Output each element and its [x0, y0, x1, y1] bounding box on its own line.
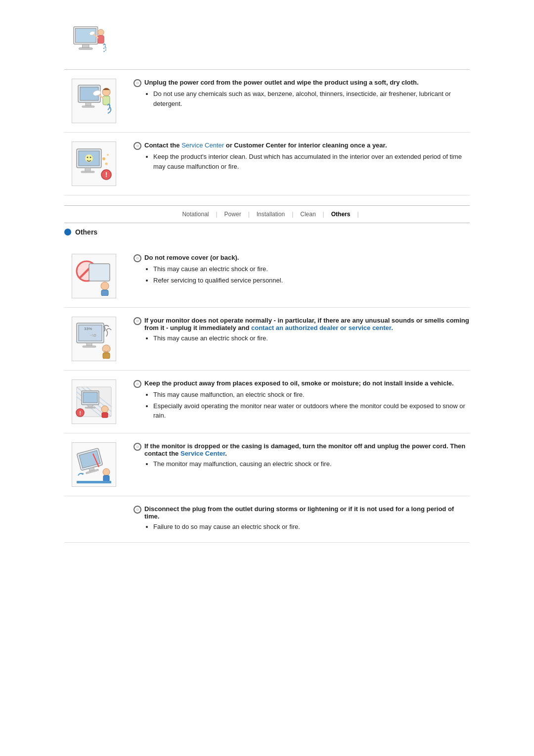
svg-rect-11 — [82, 106, 94, 107]
svg-rect-3 — [79, 48, 93, 50]
others-text-4: ○ If the monitor is dropped or the casin… — [124, 442, 470, 471]
clean-illus-1 — [64, 79, 124, 123]
clean-bullet-2-1: Keep the product's interior clean. Dust … — [153, 152, 470, 171]
svg-rect-13 — [103, 96, 110, 105]
svg-rect-48 — [83, 392, 97, 403]
others-bullet-1-2: Refer servicing to qualified service per… — [153, 276, 470, 285]
others-text-3: ○ Keep the product away from places expo… — [124, 379, 470, 422]
others-bullet-3-1: This may cause malfunction, an electric … — [153, 390, 470, 400]
service-center-link-2[interactable]: Service Center — [180, 450, 225, 457]
clean-bullet-1-1: Do not use any chemicals such as wax, be… — [153, 89, 470, 108]
others-bullets-5: Failure to do so may cause an electric s… — [134, 522, 470, 532]
others-text-2: ○ If your monitor does not operate norma… — [124, 317, 470, 345]
others-illus-4 — [64, 442, 124, 487]
others-section-1: ○ Do not remove cover (or back). This ma… — [64, 245, 470, 308]
caution-icon-6: ○ — [134, 443, 141, 451]
svg-rect-32 — [101, 290, 108, 296]
others-text-1: ○ Do not remove cover (or back). This ma… — [124, 254, 470, 286]
nav-power[interactable]: Power — [218, 210, 248, 219]
others-instruction-1: Do not remove cover (or back). — [144, 254, 239, 261]
svg-rect-1 — [75, 28, 96, 42]
others-bullet-1-1: This may cause an electric shock or fire… — [153, 264, 470, 274]
svg-rect-30 — [89, 264, 110, 281]
svg-point-24 — [107, 154, 109, 156]
others-section-2: 33% ~!@ ○ If your monitor does not opera… — [64, 308, 470, 371]
others-bullets-1: This may cause an electric shock or fire… — [134, 264, 470, 285]
authorized-dealer-link[interactable]: contact an authorized dealer or service … — [251, 324, 393, 331]
svg-rect-61 — [103, 475, 109, 481]
others-bullets-2: This may cause an electric shock or fire… — [134, 333, 470, 343]
others-text-5: ○ Disconnect the plug from the outlet du… — [124, 505, 470, 533]
nav-sep-5: | — [357, 211, 358, 218]
others-illus-1 — [64, 254, 124, 298]
svg-rect-36 — [83, 346, 96, 347]
nav-clean[interactable]: Clean — [293, 210, 322, 219]
svg-point-22 — [90, 157, 91, 158]
others-illus-3: ! — [64, 379, 124, 424]
clean-illus-2: ! — [64, 142, 124, 186]
others-instruction-5: Disconnect the plug from the outlet duri… — [144, 505, 470, 520]
caution-icon-4: ○ — [134, 317, 141, 325]
svg-rect-2 — [83, 44, 89, 47]
others-bullet-3-2: Especially avoid operating the monitor n… — [153, 401, 470, 421]
clean-instruction-1: Unplug the power cord from the power out… — [144, 79, 419, 86]
others-instruction-3: Keep the product away from places expose… — [144, 379, 454, 387]
service-center-link-1[interactable]: Service Center — [181, 142, 224, 149]
svg-rect-18 — [85, 168, 90, 171]
caution-icon-2: ○ — [134, 142, 141, 150]
nav-installation[interactable]: Installation — [250, 210, 292, 219]
svg-point-31 — [101, 282, 109, 290]
svg-text:!: ! — [79, 410, 81, 416]
caution-icon-3: ○ — [134, 254, 141, 262]
others-section-3: ! ○ Keep the product away from places ex… — [64, 371, 470, 433]
svg-point-25 — [105, 163, 108, 165]
caution-icon-5: ○ — [134, 380, 141, 388]
caution-icon-7: ○ — [134, 506, 141, 514]
others-section-4: ○ If the monitor is dropped or the casin… — [64, 433, 470, 496]
heading-dot — [64, 229, 71, 236]
clean-bullets-2: Keep the product's interior clean. Dust … — [134, 152, 470, 171]
svg-text:33%: 33% — [84, 327, 92, 331]
svg-text:~!@: ~!@ — [90, 333, 96, 337]
nav-bar: Notational | Power | Installation | Clea… — [64, 205, 470, 223]
svg-point-60 — [103, 469, 110, 475]
others-heading: Others — [64, 228, 470, 236]
svg-text:!: ! — [105, 171, 108, 179]
svg-point-51 — [101, 406, 108, 413]
others-illus-2: 33% ~!@ — [64, 317, 124, 361]
others-instruction-4: If the monitor is dropped or the casing … — [144, 442, 470, 457]
caution-icon-1: ○ — [134, 79, 141, 87]
svg-rect-50 — [85, 407, 95, 408]
clean-text-2: ○ Contact the Service Center or Customer… — [124, 142, 470, 173]
svg-point-23 — [102, 157, 105, 160]
clean-bullets-1: Do not use any chemicals such as wax, be… — [134, 89, 470, 108]
svg-rect-49 — [88, 405, 92, 407]
svg-point-4 — [98, 29, 104, 35]
svg-rect-35 — [87, 343, 92, 346]
others-bullets-3: This may cause malfunction, an electric … — [134, 390, 470, 421]
clean-section-2: ! ○ Contact the Service Center or Custom… — [64, 133, 470, 195]
svg-point-21 — [87, 157, 89, 158]
nav-others[interactable]: Others — [324, 210, 357, 219]
svg-rect-10 — [86, 102, 91, 106]
clean-text-1: ○ Unplug the power cord from the power o… — [124, 79, 470, 110]
svg-rect-62 — [77, 481, 111, 483]
nav-notational[interactable]: Notational — [175, 210, 216, 219]
clean-instruction-2: Contact the Service Center or Customer C… — [144, 142, 387, 149]
svg-rect-5 — [98, 36, 104, 44]
svg-rect-52 — [102, 413, 108, 418]
clean-section-1: ○ Unplug the power cord from the power o… — [64, 70, 470, 133]
svg-rect-19 — [81, 171, 94, 173]
others-bullet-4-1: The monitor may malfunction, causing an … — [153, 459, 470, 469]
svg-rect-40 — [103, 353, 110, 359]
others-bullets-4: The monitor may malfunction, causing an … — [134, 459, 470, 469]
others-section-5: ○ Disconnect the plug from the outlet du… — [64, 496, 470, 543]
others-bullet-2-1: This may cause an electric shock or fire… — [153, 333, 470, 343]
others-instruction-2: If your monitor does not operate normall… — [144, 317, 470, 331]
others-bullet-5-1: Failure to do so may cause an electric s… — [153, 522, 470, 532]
